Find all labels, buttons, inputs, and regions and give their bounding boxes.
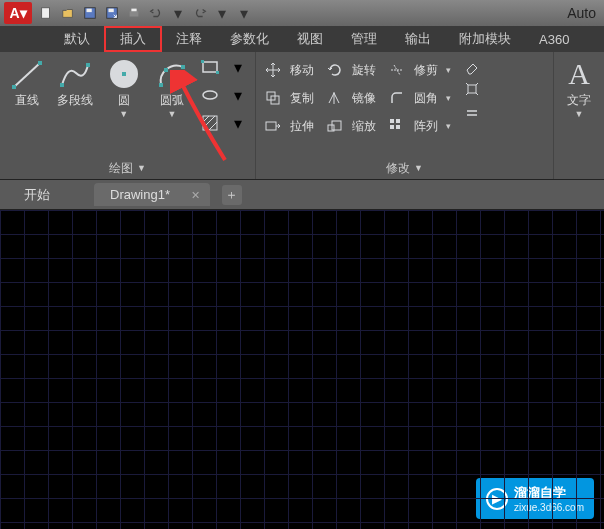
file-tabbar: 开始 Drawing1*✕ ＋ bbox=[0, 180, 604, 210]
svg-line-7 bbox=[14, 63, 40, 87]
ribbon: 直线 多段线 圆 ▼ 圆弧 ▼ ▾ ▾ bbox=[0, 52, 604, 180]
modify-group-title[interactable]: 修改▼ bbox=[262, 157, 547, 179]
scale-button[interactable]: 缩放 bbox=[324, 112, 376, 140]
svg-rect-34 bbox=[468, 85, 476, 93]
hatch-icon[interactable] bbox=[199, 112, 221, 134]
svg-rect-27 bbox=[266, 122, 276, 130]
drawing-canvas[interactable]: ▶ 溜溜自学 zixue.3d66.com bbox=[0, 210, 604, 529]
menu-a360[interactable]: A360 bbox=[525, 26, 583, 52]
tab-start[interactable]: 开始 bbox=[8, 182, 90, 208]
svg-rect-15 bbox=[181, 65, 185, 69]
open-icon[interactable] bbox=[58, 3, 78, 23]
svg-rect-14 bbox=[159, 83, 163, 87]
line-button[interactable]: 直线 bbox=[6, 56, 48, 107]
menu-default[interactable]: 默认 bbox=[50, 26, 104, 52]
menu-addons[interactable]: 附加模块 bbox=[445, 26, 525, 52]
redo-icon[interactable] bbox=[190, 3, 210, 23]
svg-rect-2 bbox=[87, 9, 92, 13]
svg-rect-8 bbox=[12, 85, 16, 89]
circle-button[interactable]: 圆 ▼ bbox=[103, 56, 145, 119]
tab-drawing1[interactable]: Drawing1*✕ bbox=[94, 183, 210, 206]
polyline-label: 多段线 bbox=[57, 94, 93, 107]
fillet-icon bbox=[386, 87, 408, 109]
array-icon bbox=[386, 115, 408, 137]
mirror-button[interactable]: 镜像 bbox=[324, 84, 376, 112]
quick-access-toolbar: ▾ ▾ ▾ bbox=[36, 3, 254, 23]
trim-button[interactable]: 修剪▾ bbox=[386, 56, 451, 84]
svg-rect-4 bbox=[109, 9, 114, 13]
polyline-icon bbox=[57, 56, 93, 92]
svg-rect-16 bbox=[164, 68, 168, 72]
svg-rect-19 bbox=[216, 71, 219, 74]
titlebar: A▾ ▾ ▾ ▾ Auto bbox=[0, 0, 604, 26]
arc-label: 圆弧 bbox=[160, 94, 184, 107]
mirror-icon bbox=[324, 87, 346, 109]
menu-parametric[interactable]: 参数化 bbox=[216, 26, 283, 52]
menu-insert[interactable]: 插入 bbox=[104, 26, 162, 52]
add-tab-button[interactable]: ＋ bbox=[222, 185, 242, 205]
fillet-button[interactable]: 圆角▾ bbox=[386, 84, 451, 112]
hatch-dd-icon[interactable]: ▾ bbox=[227, 112, 249, 134]
svg-rect-6 bbox=[131, 9, 136, 12]
svg-rect-13 bbox=[122, 72, 126, 76]
erase-icon[interactable] bbox=[461, 56, 483, 78]
svg-line-22 bbox=[203, 116, 209, 122]
ellipse-icon[interactable] bbox=[199, 84, 221, 106]
explode-icon[interactable] bbox=[461, 78, 483, 100]
svg-line-24 bbox=[209, 122, 217, 130]
text-label: 文字 bbox=[567, 94, 591, 107]
ribbon-group-draw: 直线 多段线 圆 ▼ 圆弧 ▼ ▾ ▾ bbox=[0, 52, 256, 179]
menu-annotate[interactable]: 注释 bbox=[162, 26, 216, 52]
svg-rect-0 bbox=[42, 8, 50, 19]
undo-dropdown[interactable]: ▾ bbox=[168, 3, 188, 23]
ribbon-group-annotate: A 文字 ▼ bbox=[554, 52, 604, 179]
rotate-icon bbox=[324, 59, 346, 81]
save-icon[interactable] bbox=[80, 3, 100, 23]
svg-rect-9 bbox=[38, 61, 42, 65]
undo-icon[interactable] bbox=[146, 3, 166, 23]
svg-rect-21 bbox=[203, 116, 217, 130]
close-icon[interactable]: ✕ bbox=[191, 189, 200, 202]
text-button[interactable]: A 文字 ▼ bbox=[560, 56, 598, 119]
rotate-button[interactable]: 旋转 bbox=[324, 56, 376, 84]
svg-rect-33 bbox=[396, 125, 400, 129]
app-logo[interactable]: A▾ bbox=[4, 2, 32, 24]
rectangle-icon[interactable] bbox=[199, 56, 221, 78]
svg-point-20 bbox=[203, 91, 217, 99]
qat-more[interactable]: ▾ bbox=[234, 3, 254, 23]
move-button[interactable]: 移动 bbox=[262, 56, 314, 84]
array-button[interactable]: 阵列▾ bbox=[386, 112, 451, 140]
move-icon bbox=[262, 59, 284, 81]
ribbon-group-modify: 移动 复制 拉伸 旋转 镜像 缩放 修剪▾ 圆角▾ 阵列▾ bbox=[256, 52, 554, 179]
text-icon: A bbox=[561, 56, 597, 92]
draw-group-title[interactable]: 绘图▼ bbox=[6, 157, 249, 179]
redo-dropdown[interactable]: ▾ bbox=[212, 3, 232, 23]
app-title: Auto bbox=[567, 5, 600, 21]
polyline-button[interactable]: 多段线 bbox=[54, 56, 96, 107]
scale-icon bbox=[324, 115, 346, 137]
new-icon[interactable] bbox=[36, 3, 56, 23]
offset-icon[interactable] bbox=[461, 100, 483, 122]
arc-icon bbox=[154, 56, 190, 92]
menu-view[interactable]: 视图 bbox=[283, 26, 337, 52]
arc-button[interactable]: 圆弧 ▼ bbox=[151, 56, 193, 119]
circle-label: 圆 bbox=[118, 94, 130, 107]
menu-output[interactable]: 输出 bbox=[391, 26, 445, 52]
line-icon bbox=[9, 56, 45, 92]
menubar: 默认 插入 注释 参数化 视图 管理 输出 附加模块 A360 bbox=[0, 26, 604, 52]
svg-rect-31 bbox=[396, 119, 400, 123]
stretch-icon bbox=[262, 115, 284, 137]
menu-manage[interactable]: 管理 bbox=[337, 26, 391, 52]
stretch-button[interactable]: 拉伸 bbox=[262, 112, 314, 140]
circle-icon bbox=[106, 56, 142, 92]
rect-dd-icon[interactable]: ▾ bbox=[227, 56, 249, 78]
print-icon[interactable] bbox=[124, 3, 144, 23]
svg-rect-18 bbox=[201, 60, 204, 63]
ellipse-dd-icon[interactable]: ▾ bbox=[227, 84, 249, 106]
svg-rect-10 bbox=[60, 83, 64, 87]
svg-rect-5 bbox=[130, 11, 139, 16]
copy-button[interactable]: 复制 bbox=[262, 84, 314, 112]
saveas-icon[interactable] bbox=[102, 3, 122, 23]
svg-rect-17 bbox=[203, 62, 217, 72]
svg-rect-11 bbox=[86, 63, 90, 67]
